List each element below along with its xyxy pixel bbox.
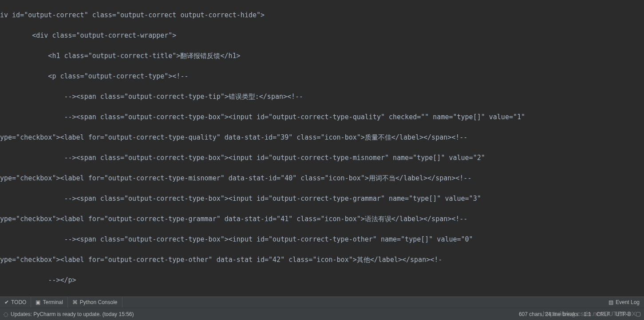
code-line: --><span class="output-correct-type-box"… bbox=[0, 153, 644, 163]
status-chars: 607 chars, 24 line breaks bbox=[519, 311, 578, 317]
status-encoding[interactable]: UTF-8 bbox=[616, 311, 631, 317]
tool-window-bar: ✔ TODO ▣ Terminal ⌘ Python Console ▤ Eve… bbox=[0, 297, 644, 308]
status-bar: ◌ Updates: PyCharm is ready to update. (… bbox=[0, 308, 644, 320]
code-line: --></p> bbox=[0, 275, 644, 285]
info-icon: ◌ bbox=[4, 311, 8, 317]
tab-label: TODO bbox=[11, 299, 26, 305]
code-editor[interactable]: iv id="output-correct" class="output-cor… bbox=[0, 0, 644, 320]
code-line: --><span class="output-correct-type-box"… bbox=[0, 194, 644, 204]
status-update[interactable]: Updates: PyCharm is ready to update. (to… bbox=[11, 311, 134, 317]
code-line: --><span class="output-correct-type-box"… bbox=[0, 112, 644, 122]
tab-label: Python Console bbox=[80, 299, 118, 305]
check-icon: ✔ bbox=[4, 299, 9, 305]
code-line: --><span class="output-correct-type-box"… bbox=[0, 234, 644, 245]
code-line: ype="checkbox"><label for="output-correc… bbox=[0, 173, 644, 183]
code-line: ype="checkbox"><label for="output-correc… bbox=[0, 255, 644, 265]
code-line: ype="checkbox"><label for="output-correc… bbox=[0, 133, 644, 143]
lock-icon[interactable] bbox=[636, 312, 640, 316]
status-position[interactable]: 1:1 bbox=[584, 311, 591, 317]
code-line: <div class="output-correct-wrapper"> bbox=[0, 31, 644, 41]
event-log-label: Event Log bbox=[616, 299, 640, 305]
event-log-button[interactable]: ▤ Event Log bbox=[604, 299, 644, 305]
log-icon: ▤ bbox=[608, 299, 613, 305]
code-line: ype="checkbox"><label for="output-correc… bbox=[0, 214, 644, 224]
code-line: --><span class="output-correct-type-tip"… bbox=[0, 92, 644, 102]
status-line-separator[interactable]: CRLF bbox=[597, 311, 610, 317]
tab-terminal[interactable]: ▣ Terminal bbox=[31, 297, 67, 308]
code-line: <p class="output-correct-type"><!-- bbox=[0, 71, 644, 82]
tab-todo[interactable]: ✔ TODO bbox=[0, 297, 31, 308]
tab-python-console[interactable]: ⌘ Python Console bbox=[68, 297, 122, 308]
code-line: <h1 class="output-correct-title">翻译报错反馈<… bbox=[0, 51, 644, 61]
tab-label: Terminal bbox=[43, 299, 63, 305]
terminal-icon: ▣ bbox=[36, 299, 40, 305]
python-icon: ⌘ bbox=[72, 299, 78, 305]
code-line: iv id="output-correct" class="output-cor… bbox=[0, 10, 644, 20]
